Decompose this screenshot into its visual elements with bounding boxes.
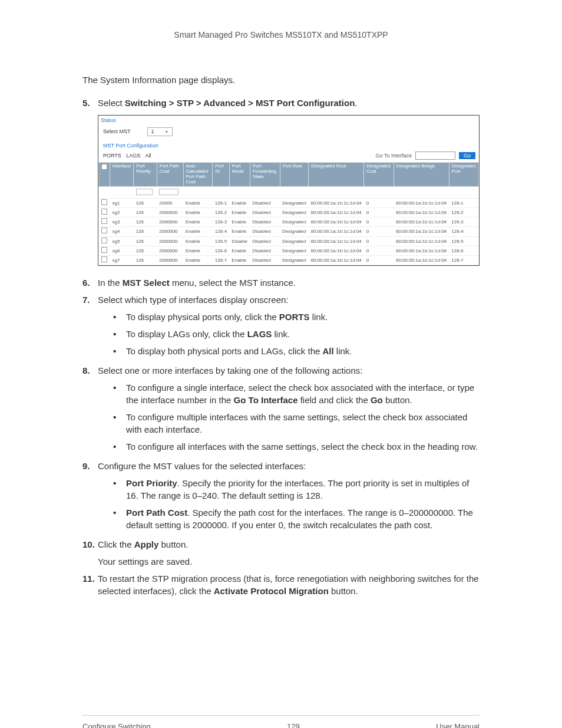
table-row: xg71282000000Enable128-7EnableDisabledDe…	[99, 255, 479, 265]
text: In the	[98, 278, 123, 288]
bold: Apply	[134, 539, 159, 549]
footer-left: Configure Switching	[82, 722, 151, 728]
text: Select which type of interfaces display …	[98, 294, 289, 306]
text: To configure multiple interfaces with th…	[126, 412, 467, 434]
text: button.	[329, 586, 358, 596]
step-num: 5.	[82, 97, 98, 109]
col-header: Auto Calculated Port Path Cost	[183, 163, 213, 186]
row-checkbox[interactable]	[101, 209, 107, 215]
table-row: xg51282000000Enable128-5DisableDisabledD…	[99, 236, 479, 246]
bullet-dot: •	[113, 381, 126, 406]
col-header: Port Forwarding State	[250, 163, 280, 186]
mst-dropdown[interactable]: 1 ▼	[147, 127, 173, 136]
row-checkbox[interactable]	[101, 228, 107, 233]
lags-link[interactable]: LAGS	[126, 153, 140, 159]
menu-path: Switching > STP > Advanced > MST Port Co…	[125, 98, 355, 108]
table-row: xg21282000000Enable128-2EnableDisabledDe…	[99, 207, 479, 217]
text: Click the	[98, 539, 134, 549]
col-header: Designated Root	[308, 163, 363, 186]
bold: MST Select	[123, 278, 170, 288]
step-num: 6.	[82, 276, 98, 289]
bold: Port Path Cost	[126, 508, 187, 518]
text: Select one or more interfaces by taking …	[98, 364, 362, 377]
bold: All	[323, 346, 334, 356]
col-header	[99, 163, 110, 186]
step-11: 11. To restart the STP migration process…	[82, 572, 480, 597]
status-label: Status	[98, 116, 479, 126]
select-all-checkbox[interactable]	[101, 164, 107, 170]
row-checkbox[interactable]	[101, 238, 107, 243]
text: field and click the	[298, 395, 371, 405]
step-num: 8.	[82, 364, 98, 377]
text: Configure the MST values for the selecte…	[98, 460, 306, 472]
all-link[interactable]: All	[145, 153, 151, 159]
step-10-result: Your settings are saved.	[98, 555, 480, 568]
text: To configure all interfaces with the sam…	[126, 442, 478, 452]
col-header: Designated Port	[449, 163, 478, 186]
ports-link[interactable]: PORTS	[103, 153, 121, 159]
row-checkbox[interactable]	[101, 199, 107, 205]
text: . Specify the priority for the interface…	[126, 478, 469, 500]
text: .	[355, 98, 357, 108]
text: menu, select the MST instance.	[170, 278, 296, 288]
section-title: MST Port Configuration	[98, 139, 479, 151]
intro-text: The System Information page displays.	[82, 74, 480, 86]
mst-table: InterfacePort PriorityPort Path CostAuto…	[98, 162, 479, 265]
row-checkbox[interactable]	[101, 256, 107, 262]
bullet-dot: •	[113, 440, 126, 453]
step-num: 9.	[82, 460, 98, 472]
bullet-item: •Port Path Cost. Specify the path cost f…	[113, 506, 480, 531]
bold: Port Priority	[126, 478, 177, 488]
bullet-item: •To display physical ports only, click t…	[113, 311, 480, 323]
col-header: Designated Cost	[364, 163, 394, 186]
chevron-down-icon: ▼	[165, 129, 169, 135]
port-path-cost-input[interactable]	[159, 189, 178, 195]
bold: Activate Protocol Migration	[214, 586, 329, 596]
select-mst-label: Select MST	[103, 128, 131, 136]
row-checkbox[interactable]	[101, 218, 107, 224]
port-priority-input[interactable]	[136, 189, 153, 195]
col-header: Port Mode	[229, 163, 250, 186]
table-row: xg112820000Enable128-1EnableDisabledDesi…	[99, 198, 479, 207]
text: To display LAGs only, click the	[126, 329, 247, 339]
col-header: Port Path Cost	[157, 163, 183, 186]
bold: LAGS	[247, 329, 272, 339]
goto-interface-input[interactable]	[415, 151, 455, 160]
ui-screenshot: Status Select MST 1 ▼ MST Port Configura…	[98, 115, 480, 266]
col-header: Port Role	[280, 163, 308, 186]
row-checkbox[interactable]	[101, 247, 107, 253]
bullet-dot: •	[113, 477, 126, 502]
footer-right: User Manual	[436, 722, 480, 728]
text: button.	[158, 539, 188, 549]
bullet-item: •To display LAGs only, click the LAGS li…	[113, 328, 480, 340]
bullet-dot: •	[113, 506, 126, 531]
bullet-dot: •	[113, 345, 126, 357]
table-row: xg61282000000Enable128-6EnableDisabledDe…	[99, 246, 479, 255]
col-header: Port Priority	[134, 163, 157, 186]
col-header: Interface	[110, 163, 134, 186]
table-row: xg31282000000Enable128-3EnableDisabledDe…	[99, 218, 479, 227]
goto-label: Go To Interface	[376, 152, 412, 160]
step-10: 10. Click the Apply button.	[82, 538, 480, 551]
text: Select	[98, 98, 125, 108]
step-5: 5. Select Switching > STP > Advanced > M…	[82, 97, 480, 109]
text: link.	[310, 312, 328, 322]
step-num: 10.	[82, 538, 98, 551]
go-button[interactable]: Go	[459, 152, 475, 159]
text: To display both physical ports and LAGs,…	[126, 346, 323, 356]
bold: PORTS	[279, 312, 310, 322]
text: button.	[383, 395, 412, 405]
col-header: Port ID	[213, 163, 230, 186]
text: To display physical ports only, click th…	[126, 312, 279, 322]
table-row: xg41282000000Enable128-4EnableDisabledDe…	[99, 227, 479, 236]
step-num: 11.	[82, 572, 98, 597]
text: link.	[334, 346, 352, 356]
step-8: 8. Select one or more interfaces by taki…	[82, 364, 480, 377]
step-7: 7. Select which type of interfaces displ…	[82, 294, 480, 306]
bullet-dot: •	[113, 328, 126, 340]
bullet-item: •To configure a single interface, select…	[113, 381, 480, 406]
mst-value: 1	[151, 128, 154, 136]
step-6: 6. In the MST Select menu, select the MS…	[82, 276, 480, 289]
bullet-item: •To configure all interfaces with the sa…	[113, 440, 480, 453]
bold: Go	[371, 395, 383, 405]
